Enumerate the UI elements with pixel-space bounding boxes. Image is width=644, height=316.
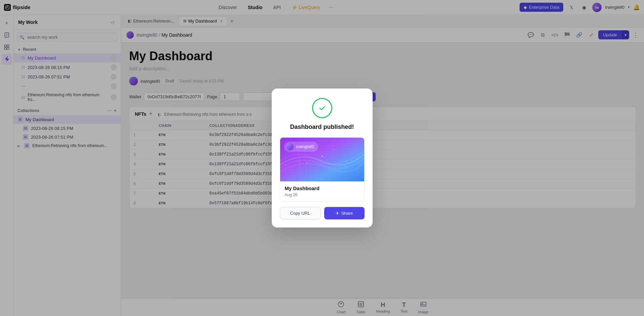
modal-card-banner: irwingtell0 bbox=[280, 138, 364, 181]
share-btn[interactable]: ✈ Share bbox=[324, 207, 365, 219]
modal-card-user: irwingtell0 bbox=[284, 142, 318, 152]
svg-point-10 bbox=[321, 155, 323, 157]
svg-point-13 bbox=[346, 161, 346, 162]
publish-modal: Dashboard published! bbox=[272, 89, 373, 227]
svg-point-12 bbox=[307, 163, 308, 164]
modal-overlay[interactable]: Dashboard published! bbox=[0, 0, 644, 316]
modal-actions: Copy URL ✈ Share bbox=[280, 207, 365, 219]
share-icon: ✈ bbox=[336, 211, 339, 216]
modal-card: irwingtell0 My Dashboard Aug 26 bbox=[280, 137, 365, 202]
modal-card-title: My Dashboard bbox=[285, 185, 359, 191]
success-check-icon bbox=[312, 98, 332, 118]
share-label: Share bbox=[341, 211, 353, 216]
modal-card-body: My Dashboard Aug 26 bbox=[280, 181, 364, 201]
modal-card-avatar bbox=[286, 143, 294, 150]
modal-card-username: irwingtell0 bbox=[296, 144, 314, 149]
modal-card-date: Aug 26 bbox=[285, 192, 359, 197]
modal-title: Dashboard published! bbox=[290, 124, 354, 131]
svg-point-11 bbox=[334, 149, 335, 150]
copy-url-btn[interactable]: Copy URL bbox=[280, 207, 321, 219]
